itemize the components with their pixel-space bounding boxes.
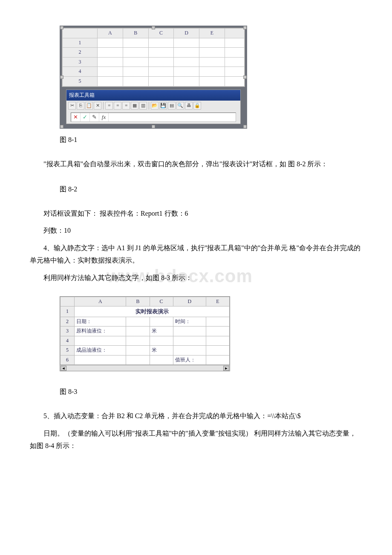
scroll-left-icon[interactable]: ◄	[61, 366, 66, 371]
report-control-frame: A B C D E 1 2 3 4 5 报表工具箱 ✂	[60, 26, 247, 129]
resize-handle-icon	[243, 26, 247, 29]
resize-handle-icon	[60, 26, 63, 29]
cell[interactable]	[126, 327, 150, 336]
select-all-cell[interactable]	[61, 297, 75, 306]
cut-icon[interactable]: ✂	[68, 102, 76, 110]
spreadsheet-grid[interactable]: A B C D E 1 实时报表演示 2 日期： 时间：	[60, 296, 230, 372]
row-header[interactable]: 4	[61, 336, 75, 346]
preview-icon[interactable]: 🔍	[176, 102, 184, 110]
col-header[interactable]: B	[123, 29, 148, 38]
resize-handle-icon	[60, 125, 63, 128]
body-paragraph: "报表工具箱"会自动显示出来，双击窗口的灰色部分，弹出"报表设计"对话框，如 图…	[30, 158, 362, 171]
row-header[interactable]: 2	[61, 317, 75, 327]
cell[interactable]: 原料油液位：	[75, 327, 126, 336]
col-header[interactable]: E	[199, 29, 225, 38]
cell[interactable]: 米	[150, 327, 173, 336]
resize-handle-icon	[243, 75, 247, 79]
body-paragraph: 列数：10	[30, 225, 362, 237]
cell[interactable]	[206, 336, 229, 346]
cell[interactable]	[206, 355, 229, 365]
row-header[interactable]: 6	[61, 355, 75, 365]
lock-icon[interactable]: 🔒	[193, 102, 201, 110]
save-icon[interactable]: 💾	[159, 102, 167, 110]
cell[interactable]	[206, 317, 229, 327]
row-header[interactable]: 4	[63, 67, 98, 77]
col-header[interactable]: C	[150, 297, 173, 306]
spreadsheet-grid[interactable]: A B C D E 1 2 3 4 5	[62, 28, 245, 87]
cell[interactable]	[126, 355, 150, 365]
cell[interactable]	[206, 346, 229, 356]
formula-confirm-icon[interactable]: ✓	[81, 113, 90, 121]
body-paragraph: 利用同样方法输入其它静态文字，如图 8-3 所示：	[30, 272, 362, 284]
col-header[interactable]: B	[126, 297, 150, 306]
cell[interactable]	[173, 336, 206, 346]
row-header[interactable]: 5	[63, 76, 98, 86]
merge-cells-icon[interactable]: ▦	[131, 102, 138, 110]
align-right-icon[interactable]: ≡	[122, 102, 130, 110]
cell[interactable]: 日期：	[75, 317, 126, 327]
body-paragraph: 对话框设置如下： 报表控件名：Report1 行数：6	[30, 208, 362, 220]
figure-8-3-caption: 图 8-3	[60, 386, 362, 398]
row-header[interactable]: 3	[61, 327, 75, 336]
toolbox-title: 报表工具箱	[66, 90, 240, 101]
insert-function-icon[interactable]: fx	[99, 113, 109, 121]
cell[interactable]	[75, 355, 126, 365]
print-icon[interactable]: 🖶	[185, 102, 193, 110]
cell[interactable]	[126, 317, 150, 327]
cell[interactable]	[173, 346, 206, 356]
cell[interactable]	[126, 336, 150, 346]
body-paragraph: 5、插入动态变量：合并 B2 和 C2 单元格，并在合并完成的单元格中输入：=\…	[30, 410, 362, 422]
col-header[interactable]: D	[174, 29, 199, 38]
delete-icon[interactable]: ✕	[94, 102, 101, 110]
resize-handle-icon	[152, 125, 155, 128]
figure-8-3: A B C D E 1 实时报表演示 2 日期： 时间：	[60, 296, 362, 372]
separator-icon	[103, 102, 104, 110]
body-paragraph: 4、输入静态文字：选中 A1 到 J1 的单元格区域，执行"报表工具箱"中的"合…	[30, 242, 362, 267]
formula-cancel-icon[interactable]: ✕	[71, 113, 81, 121]
select-all-cell[interactable]	[63, 29, 98, 38]
cell[interactable]: 米	[150, 346, 173, 356]
col-header[interactable]: E	[206, 297, 229, 306]
col-header[interactable]: D	[173, 297, 206, 306]
cell[interactable]	[75, 336, 126, 346]
figure-8-1: A B C D E 1 2 3 4 5 报表工具箱 ✂	[60, 26, 362, 129]
cell[interactable]	[126, 346, 150, 356]
cell[interactable]	[150, 317, 173, 327]
formula-bar: ✕ ✓ ✎ fx	[71, 113, 236, 122]
col-header[interactable]: A	[98, 29, 123, 38]
row-header[interactable]: 1	[61, 306, 75, 317]
cell[interactable]: 值班人：	[173, 355, 206, 365]
row-header[interactable]: 1	[63, 38, 98, 48]
cell[interactable]	[206, 327, 229, 336]
figure-8-1-caption: 图 8-1	[60, 134, 362, 146]
cell[interactable]	[150, 355, 173, 365]
row-header[interactable]: 3	[63, 57, 98, 67]
unmerge-cells-icon[interactable]: ▥	[139, 102, 147, 110]
resize-handle-icon	[60, 75, 63, 79]
resize-handle-icon	[243, 125, 247, 128]
align-left-icon[interactable]: ≡	[105, 102, 113, 110]
copy-icon[interactable]: ⎘	[77, 102, 84, 110]
formula-clip-icon[interactable]: ✎	[90, 113, 99, 121]
cell[interactable]: 成品油液位：	[75, 346, 126, 356]
col-header[interactable]: A	[75, 297, 126, 306]
scroll-right-icon[interactable]: ►	[223, 366, 229, 371]
cell[interactable]	[173, 327, 206, 336]
figure-8-2-caption: 图 8-2	[60, 183, 362, 196]
resize-handle-icon	[152, 26, 155, 29]
table-icon[interactable]: ▤	[168, 102, 176, 110]
cell[interactable]	[150, 336, 173, 346]
report-toolbox: 报表工具箱 ✂ ⎘ 📋 ✕ ≡ ≡ ≡ ▦ ▥ 📂 💾 ▤ 🔍	[66, 90, 241, 124]
horizontal-scrollbar[interactable]: ◄ ►	[60, 365, 230, 371]
report-title-cell[interactable]: 实时报表演示	[75, 306, 230, 317]
row-header[interactable]: 5	[61, 346, 75, 356]
col-header[interactable]: C	[148, 29, 174, 38]
separator-icon	[149, 102, 149, 110]
align-center-icon[interactable]: ≡	[114, 102, 121, 110]
row-header[interactable]: 2	[63, 48, 98, 58]
open-icon[interactable]: 📂	[151, 102, 159, 110]
paste-icon[interactable]: 📋	[85, 102, 93, 110]
col-header-spacer	[225, 29, 244, 38]
body-paragraph: 日期。（变量的输入可以利用"报表工具箱"中的"插入变量"按钮实现） 利用同样方法…	[30, 428, 362, 452]
cell[interactable]: 时间：	[173, 317, 206, 327]
